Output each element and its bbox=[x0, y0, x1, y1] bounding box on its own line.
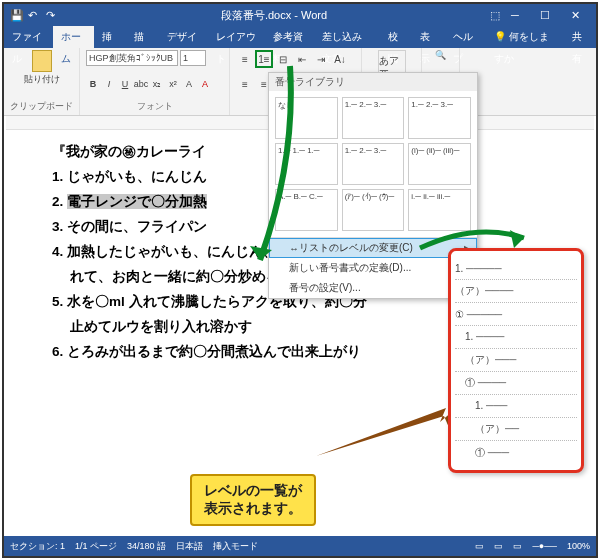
maximize-button[interactable]: ☐ bbox=[530, 9, 560, 22]
tab-help[interactable]: ヘルプ bbox=[445, 26, 486, 48]
callout-line: レベルの一覧が bbox=[204, 482, 302, 500]
sup-button[interactable]: x² bbox=[166, 77, 180, 91]
window-title: 段落番号.docx - Word bbox=[58, 8, 490, 23]
number-style[interactable]: 1.─ 2.─ 3.─ bbox=[408, 97, 471, 139]
zoom-value[interactable]: 100% bbox=[567, 541, 590, 551]
tab-insert[interactable]: 挿入 bbox=[94, 26, 127, 48]
tab-home[interactable]: ホーム bbox=[53, 26, 94, 48]
sub-button[interactable]: x₂ bbox=[150, 77, 164, 91]
bold-button[interactable]: B bbox=[86, 77, 100, 91]
save-icon[interactable]: 💾 bbox=[10, 9, 22, 21]
align-left-button[interactable]: ≡ bbox=[236, 75, 254, 93]
status-lang[interactable]: 日本語 bbox=[176, 540, 203, 553]
group-clipboard: 貼り付け クリップボード bbox=[4, 48, 80, 115]
number-style[interactable]: A.─ B.─ C.─ bbox=[275, 189, 338, 231]
undo-icon[interactable]: ↶ bbox=[28, 9, 40, 21]
clipboard-label: クリップボード bbox=[10, 100, 73, 113]
tab-design[interactable]: デザイン bbox=[159, 26, 208, 48]
list-level-submenu: 1. ───── （ア）──── ① ───── 1. ──── （ア）─── … bbox=[448, 248, 584, 473]
indent-dec-button[interactable]: ⇤ bbox=[293, 50, 311, 68]
callout-line: 表示されます。 bbox=[204, 500, 302, 518]
selection[interactable]: 電子レンジで〇分加熱 bbox=[67, 194, 207, 209]
status-mode[interactable]: 挿入モード bbox=[213, 540, 258, 553]
number-style[interactable]: i.─ ii.─ iii.─ bbox=[408, 189, 471, 231]
gallery-header: 番号ライブラリ bbox=[269, 73, 477, 91]
font-group-label: フォント bbox=[86, 100, 223, 113]
number-style-none[interactable]: なし bbox=[275, 97, 338, 139]
tab-view[interactable]: 表示 bbox=[412, 26, 445, 48]
menu-label: リストのレベルの変更(C) bbox=[299, 241, 413, 255]
tab-references[interactable]: 参考資料 bbox=[265, 26, 314, 48]
level-option[interactable]: ① ─── bbox=[455, 441, 577, 464]
view-read-icon[interactable]: ▭ bbox=[475, 541, 484, 551]
tab-mailings[interactable]: 差し込み文書 bbox=[314, 26, 380, 48]
ribbon-options-icon[interactable]: ⬚ bbox=[490, 9, 500, 22]
paste-button[interactable]: 貼り付け bbox=[10, 50, 73, 86]
zoom-slider[interactable]: ─●── bbox=[532, 541, 557, 551]
level-option[interactable]: 1. ───── bbox=[455, 257, 577, 280]
share-button[interactable]: 共有 bbox=[564, 26, 597, 48]
tab-file[interactable]: ファイル bbox=[4, 26, 53, 48]
status-bar: セクション: 1 1/1 ページ 34/180 語 日本語 挿入モード ▭ ▭ … bbox=[4, 536, 596, 556]
menu-change-list-level[interactable]: ↔ リストのレベルの変更(C) bbox=[269, 238, 477, 258]
close-button[interactable]: ✕ bbox=[560, 9, 590, 22]
menu-set-number[interactable]: 番号の設定(V)... bbox=[269, 278, 477, 298]
paste-label: 貼り付け bbox=[24, 73, 60, 86]
number-style[interactable]: 1.─ 1.─ 1.─ bbox=[275, 143, 338, 185]
level-option[interactable]: 1. ──── bbox=[455, 326, 577, 349]
status-section[interactable]: セクション: 1 bbox=[10, 540, 65, 553]
tab-review[interactable]: 校閲 bbox=[380, 26, 413, 48]
tell-me[interactable]: 💡 何をしますか bbox=[486, 26, 564, 48]
number-style[interactable]: (i)─ (ii)─ (iii)─ bbox=[408, 143, 471, 185]
tab-layout[interactable]: レイアウト bbox=[208, 26, 265, 48]
indent-inc-button[interactable]: ⇥ bbox=[312, 50, 330, 68]
group-font: HGP創英角ｺﾞｼｯｸUB 1 B I U abc x₂ x² A A フォント bbox=[80, 48, 230, 115]
level-option[interactable]: （ア）──── bbox=[455, 280, 577, 303]
minimize-button[interactable]: ─ bbox=[500, 9, 530, 21]
ribbon-tabs: ファイル ホーム 挿入 描画 デザイン レイアウト 参考資料 差し込み文書 校閲… bbox=[4, 26, 596, 48]
level-option[interactable]: （ア）─── bbox=[455, 349, 577, 372]
number-style[interactable]: (ｱ)─ (ｲ)─ (ｳ)─ bbox=[342, 189, 405, 231]
multilevel-button[interactable]: ⊟ bbox=[274, 50, 292, 68]
clipboard-icon bbox=[32, 50, 52, 72]
level-option[interactable]: ① ──── bbox=[455, 372, 577, 395]
underline-button[interactable]: U bbox=[118, 77, 132, 91]
strike-button[interactable]: abc bbox=[134, 77, 148, 91]
level-option[interactable]: ① ───── bbox=[455, 303, 577, 326]
bullets-button[interactable]: ≡ bbox=[236, 50, 254, 68]
font-color-button[interactable]: A bbox=[198, 77, 212, 91]
font-size-box[interactable]: 1 bbox=[180, 50, 206, 66]
title-bar: 💾 ↶ ↷ 段落番号.docx - Word ⬚ ─ ☐ ✕ bbox=[4, 4, 596, 26]
highlight-button[interactable]: A bbox=[182, 77, 196, 91]
sort-button[interactable]: A↓ bbox=[331, 50, 349, 68]
status-page[interactable]: 1/1 ページ bbox=[75, 540, 117, 553]
view-web-icon[interactable]: ▭ bbox=[513, 541, 522, 551]
level-option[interactable]: 1. ─── bbox=[455, 395, 577, 418]
status-words[interactable]: 34/180 語 bbox=[127, 540, 166, 553]
number-style[interactable]: 1.─ 2.─ 3.─ bbox=[342, 97, 405, 139]
find-icon[interactable]: 🔍 bbox=[435, 50, 446, 60]
redo-icon[interactable]: ↷ bbox=[46, 9, 58, 21]
level-option[interactable]: （ア）── bbox=[455, 418, 577, 441]
number-style[interactable]: 1.─ 2.─ 3.─ bbox=[342, 143, 405, 185]
annotation-callout: レベルの一覧が 表示されます。 bbox=[190, 474, 316, 526]
numbering-gallery-popup: 番号ライブラリ なし 1.─ 2.─ 3.─ 1.─ 2.─ 3.─ 1.─ 1… bbox=[268, 72, 478, 299]
quick-access-toolbar: 💾 ↶ ↷ bbox=[10, 9, 58, 21]
numbering-button[interactable]: 1≡ bbox=[255, 50, 273, 68]
tab-draw[interactable]: 描画 bbox=[126, 26, 159, 48]
italic-button[interactable]: I bbox=[102, 77, 116, 91]
font-name-box[interactable]: HGP創英角ｺﾞｼｯｸUB bbox=[86, 50, 178, 66]
view-print-icon[interactable]: ▭ bbox=[494, 541, 503, 551]
menu-define-new-format[interactable]: 新しい番号書式の定義(D)... bbox=[269, 258, 477, 278]
